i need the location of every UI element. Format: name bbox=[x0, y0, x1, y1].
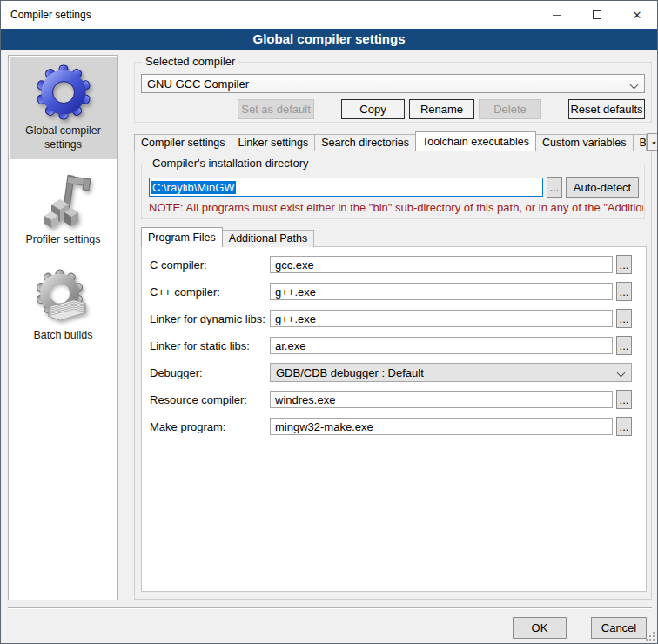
compiler-buttons-row: Set as default Copy Rename Delete Reset … bbox=[141, 99, 645, 119]
compiler-select-value: GNU GCC Compiler bbox=[147, 77, 249, 91]
debugger-row: Debugger: GDB/CDB debugger : Default bbox=[150, 362, 632, 383]
installation-directory-legend: Compiler's installation directory bbox=[149, 157, 312, 170]
tab-scroll-left-button[interactable]: ◄ bbox=[647, 133, 658, 151]
set-as-default-button[interactable]: Set as default bbox=[238, 99, 314, 119]
make-program-value: mingw32-make.exe bbox=[275, 420, 373, 433]
tab-build-options-clipped[interactable]: Build bbox=[633, 134, 647, 151]
tab-custom-variables[interactable]: Custom variables bbox=[535, 134, 634, 151]
tab-program-files[interactable]: Program Files bbox=[141, 227, 223, 247]
linker-dynamic-browse-button[interactable]: ... bbox=[616, 309, 632, 328]
dialog-banner: Global compiler settings bbox=[1, 29, 657, 50]
compiler-settings-dialog: Compiler settings ✕ Global compiler sett… bbox=[0, 0, 658, 644]
minimize-icon bbox=[553, 15, 561, 16]
delete-button[interactable]: Delete bbox=[479, 99, 541, 119]
sidebar-item-global-compiler-settings[interactable]: Global compiler settings bbox=[10, 57, 117, 159]
tab-linker-settings[interactable]: Linker settings bbox=[232, 134, 316, 151]
installation-directory-selected-text: C:\raylib\MinGW bbox=[151, 181, 236, 194]
linker-dynamic-row: Linker for dynamic libs: g++.exe ... bbox=[150, 308, 632, 329]
cpp-compiler-input[interactable]: g++.exe bbox=[270, 283, 613, 300]
cpp-compiler-browse-button[interactable]: ... bbox=[616, 282, 632, 301]
window-controls: ✕ bbox=[537, 1, 657, 29]
browse-directory-button[interactable]: ... bbox=[547, 177, 562, 198]
arrow-left-icon: ◄ bbox=[651, 139, 657, 145]
c-compiler-input[interactable]: gcc.exe bbox=[270, 256, 613, 273]
tab-scroll-buttons: ◄ ► bbox=[646, 133, 658, 151]
resource-compiler-row: Resource compiler: windres.exe ... bbox=[150, 389, 632, 410]
cancel-button[interactable]: Cancel bbox=[591, 617, 647, 639]
program-files-tab-strip: Program Files Additional Paths bbox=[141, 227, 313, 247]
linker-static-row: Linker for static libs: ar.exe ... bbox=[150, 335, 632, 356]
make-program-row: Make program: mingw32-make.exe ... bbox=[150, 416, 632, 437]
title-bar[interactable]: Compiler settings ✕ bbox=[1, 1, 657, 29]
selected-compiler-group: Selected compiler GNU GCC Compiler Set a… bbox=[134, 62, 652, 123]
linker-dynamic-value: g++.exe bbox=[275, 312, 316, 325]
cpp-compiler-label: C++ compiler: bbox=[150, 285, 270, 299]
c-compiler-browse-button[interactable]: ... bbox=[616, 255, 632, 274]
c-compiler-label: C compiler: bbox=[150, 258, 270, 272]
toolchain-executables-page: Compiler's installation directory C:\ray… bbox=[134, 151, 652, 600]
sidebar-item-label: Profiler settings bbox=[25, 233, 100, 247]
installation-directory-input[interactable]: C:\raylib\MinGW bbox=[149, 178, 543, 197]
settings-tab-strip: Compiler settings Linker settings Search… bbox=[134, 131, 652, 151]
sidebar-item-label: Batch builds bbox=[33, 329, 92, 343]
bin-subdirectory-note: NOTE: All programs must exist either in … bbox=[149, 201, 643, 214]
sidebar-item-batch-builds[interactable]: Batch builds bbox=[10, 261, 117, 351]
linker-static-label: Linker for static libs: bbox=[150, 339, 270, 352]
compiler-select[interactable]: GNU GCC Compiler bbox=[141, 74, 645, 93]
chevron-down-icon bbox=[617, 369, 626, 378]
copy-button[interactable]: Copy bbox=[341, 99, 405, 119]
cpp-compiler-row: C++ compiler: g++.exe ... bbox=[150, 281, 632, 302]
tab-additional-paths[interactable]: Additional Paths bbox=[222, 230, 314, 247]
window-title: Compiler settings bbox=[10, 9, 91, 21]
reset-defaults-button[interactable]: Reset defaults bbox=[568, 99, 645, 119]
close-icon: ✕ bbox=[633, 10, 642, 21]
linker-static-input[interactable]: ar.exe bbox=[270, 337, 613, 354]
debugger-value: GDB/CDB debugger : Default bbox=[276, 366, 424, 379]
make-program-browse-button[interactable]: ... bbox=[616, 417, 632, 436]
debugger-select[interactable]: GDB/CDB debugger : Default bbox=[270, 363, 632, 382]
maximize-icon bbox=[593, 10, 601, 19]
tab-compiler-settings[interactable]: Compiler settings bbox=[134, 134, 232, 151]
resize-grip[interactable] bbox=[646, 632, 655, 641]
program-files-page: C compiler: gcc.exe ... C++ compiler: g+… bbox=[141, 246, 647, 592]
auto-detect-button[interactable]: Auto-detect bbox=[566, 177, 639, 198]
settings-category-sidebar: Global compiler settings bbox=[8, 55, 118, 600]
caliper-tool-icon bbox=[36, 173, 91, 229]
make-program-label: Make program: bbox=[150, 420, 270, 433]
c-compiler-value: gcc.exe bbox=[275, 258, 314, 272]
debugger-label: Debugger: bbox=[150, 366, 270, 379]
resource-compiler-value: windres.exe bbox=[275, 393, 335, 406]
chevron-down-icon bbox=[630, 81, 639, 90]
installation-directory-row: C:\raylib\MinGW ... Auto-detect bbox=[149, 177, 639, 198]
resource-compiler-label: Resource compiler: bbox=[150, 393, 270, 406]
c-compiler-row: C compiler: gcc.exe ... bbox=[150, 254, 632, 275]
ok-button[interactable]: OK bbox=[513, 617, 567, 639]
resource-compiler-input[interactable]: windres.exe bbox=[270, 391, 613, 408]
sidebar-item-label: Global compiler settings bbox=[11, 124, 115, 151]
tab-search-directories[interactable]: Search directories bbox=[314, 134, 416, 151]
linker-dynamic-label: Linker for dynamic libs: bbox=[150, 312, 270, 325]
linker-static-browse-button[interactable]: ... bbox=[616, 336, 632, 355]
sidebar-item-profiler-settings[interactable]: Profiler settings bbox=[10, 165, 117, 255]
resource-compiler-browse-button[interactable]: ... bbox=[616, 390, 632, 409]
cpp-compiler-value: g++.exe bbox=[275, 285, 316, 299]
gear-paper-stack-icon bbox=[36, 269, 91, 325]
linker-static-value: ar.exe bbox=[275, 339, 306, 352]
footer-divider bbox=[8, 607, 652, 609]
minimize-button[interactable] bbox=[537, 1, 577, 29]
close-button[interactable]: ✕ bbox=[617, 1, 657, 29]
make-program-input[interactable]: mingw32-make.exe bbox=[270, 418, 613, 435]
linker-dynamic-input[interactable]: g++.exe bbox=[270, 310, 613, 327]
maximize-button[interactable] bbox=[577, 1, 617, 29]
tab-toolchain-executables[interactable]: Toolchain executables bbox=[415, 131, 536, 151]
rename-button[interactable]: Rename bbox=[409, 99, 474, 119]
blue-gear-icon bbox=[36, 64, 91, 120]
selected-compiler-legend: Selected compiler bbox=[142, 55, 238, 68]
installation-directory-group: Compiler's installation directory C:\ray… bbox=[141, 164, 645, 219]
